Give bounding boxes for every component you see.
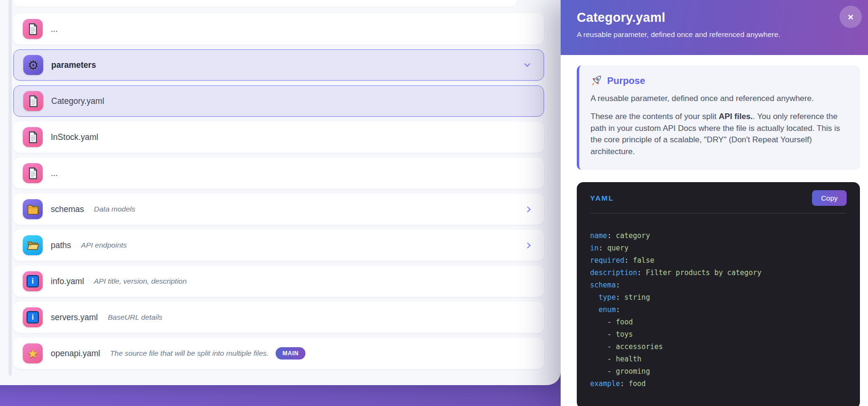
drawer-header: Category.yaml A reusable parameter, defi…	[561, 0, 868, 55]
star-icon: ★	[27, 347, 38, 360]
rocket-icon	[591, 75, 602, 86]
gear-icon: ⚙	[28, 59, 39, 72]
drawer-body: Purpose A reusable parameter, defined on…	[561, 55, 868, 406]
file-row-label: Category.yaml	[51, 96, 104, 106]
file-row-label: servers.yaml	[51, 313, 98, 323]
chevron-right-icon	[525, 242, 531, 249]
file-row-label: ...	[51, 24, 58, 34]
file-row-subtitle: Data models	[94, 205, 135, 213]
document-icon	[27, 131, 39, 144]
file-row-info-yaml[interactable]: i info.yaml API title, version, descript…	[13, 266, 544, 297]
file-row-label: info.yaml	[51, 277, 84, 286]
purpose-heading: Purpose	[591, 75, 849, 86]
code-block: YAML Copy name: category in: query requi…	[577, 182, 860, 406]
folder-open-icon	[27, 239, 39, 252]
purpose-paragraph-2: These are the contents of your split API…	[591, 111, 849, 157]
file-row-label: parameters	[51, 60, 96, 70]
file-row-instock-yaml[interactable]: InStock.yaml	[13, 121, 544, 153]
chevron-down-icon	[524, 61, 530, 67]
file-row-label: ...	[51, 168, 58, 178]
detail-drawer: Category.yaml A reusable parameter, defi…	[561, 0, 868, 406]
folder-open-icon-tile	[23, 235, 43, 255]
file-row-parameters[interactable]: ⚙ parameters	[13, 49, 544, 81]
drawer-subtitle: A reusable parameter, defined once and r…	[577, 30, 835, 39]
file-row-label: InStock.yaml	[51, 132, 98, 142]
gear-icon-tile: ⚙	[23, 55, 43, 75]
file-row-category-yaml[interactable]: Category.yaml	[13, 85, 544, 117]
file-row-subtitle: BaseURL details	[108, 313, 162, 322]
file-row-label: schemas	[51, 204, 84, 214]
file-row-subtitle: API title, version, description	[94, 277, 187, 286]
file-row-subtitle: API endpoints	[81, 241, 127, 249]
document-icon	[27, 23, 39, 36]
document-icon-tile	[23, 163, 43, 183]
purpose-bold-api-files: API files.	[719, 112, 753, 121]
file-row-subtitle: The source file that will be split into …	[110, 349, 268, 358]
file-row-partial[interactable]	[13, 0, 517, 7]
info-icon-tile: i	[23, 271, 43, 291]
file-tree-rows: ... ⚙ parameters Category.yaml InStock.y…	[13, 0, 544, 374]
document-icon	[27, 95, 40, 108]
file-row-[interactable]: ...	[13, 157, 544, 189]
document-icon-tile	[23, 91, 43, 111]
info-icon-tile: i	[23, 307, 43, 327]
copy-button[interactable]: Copy	[812, 190, 847, 206]
file-row-[interactable]: ...	[13, 13, 544, 45]
chevron-right-icon	[525, 206, 531, 212]
document-icon-tile	[23, 127, 43, 147]
purpose-paragraph-1: A reusable parameter, defined once and r…	[591, 93, 849, 104]
close-button[interactable]: ×	[840, 6, 862, 28]
file-row-servers-yaml[interactable]: i servers.yaml BaseURL details	[13, 302, 544, 333]
main-badge: MAIN	[276, 347, 305, 360]
purpose-callout: Purpose A reusable parameter, defined on…	[577, 65, 860, 170]
drawer-title: Category.yaml	[577, 10, 835, 25]
info-icon: i	[27, 311, 39, 323]
document-icon	[27, 167, 39, 180]
document-icon-tile	[23, 19, 43, 39]
tree-indent-guide	[9, 0, 12, 376]
info-icon: i	[27, 275, 39, 287]
star-icon-tile: ★	[23, 343, 43, 363]
file-row-paths[interactable]: paths API endpoints	[13, 230, 544, 261]
yaml-code: name: category in: query required: false…	[590, 230, 847, 390]
file-row-label: paths	[51, 240, 71, 250]
file-row-openapi-yaml[interactable]: ★ openapi.yaml The source file that will…	[13, 338, 544, 369]
folder-closed-icon-tile	[23, 199, 43, 219]
file-row-label: openapi.yaml	[51, 349, 100, 359]
code-language-label: YAML	[590, 194, 614, 203]
purpose-heading-label: Purpose	[607, 75, 645, 86]
close-icon: ×	[848, 11, 853, 23]
code-block-header: YAML Copy	[590, 190, 847, 213]
folder-closed-icon	[27, 203, 39, 216]
file-row-schemas[interactable]: schemas Data models	[13, 194, 544, 225]
